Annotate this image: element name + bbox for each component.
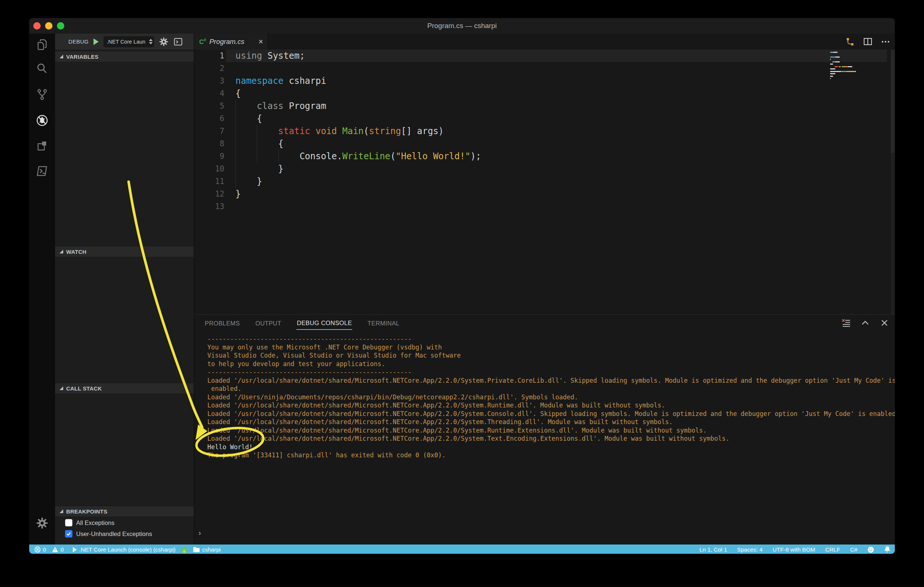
watch-section-header[interactable]: WATCH <box>55 246 194 257</box>
line-number: 3 <box>194 76 224 86</box>
console-line: Loaded '/usr/local/share/dotnet/shared/M… <box>207 434 895 443</box>
code-line[interactable]: 12} <box>194 187 895 200</box>
tab-program-cs[interactable]: C# Program.cs × <box>194 34 268 49</box>
eol-sequence[interactable]: CRLF <box>825 546 840 553</box>
clear-console-icon[interactable] <box>841 318 851 328</box>
variables-section-header[interactable]: VARIABLES <box>55 51 194 62</box>
checkbox-unchecked[interactable] <box>65 519 73 526</box>
code-line[interactable]: 11 } <box>194 175 895 187</box>
twistie-icon <box>59 250 63 253</box>
notifications-bell-icon[interactable] <box>884 546 890 553</box>
code-editor[interactable]: 1using System;23namespace csharpi4{5 cla… <box>194 49 895 314</box>
tab-output[interactable]: OUTPUT <box>255 316 282 329</box>
line-number: 8 <box>194 139 224 148</box>
console-output: ----------------------------------------… <box>207 335 895 533</box>
project-selector[interactable]: csharpi <box>193 546 221 553</box>
source-control-icon[interactable] <box>35 88 49 101</box>
debug-view-title: DEBUG <box>68 38 89 45</box>
call-stack-section-header[interactable]: CALL STACK <box>55 383 194 393</box>
code-line[interactable]: 2 <box>194 62 895 75</box>
code-line[interactable]: 3namespace csharpi <box>194 75 895 87</box>
breakpoint-user-unhandled-exceptions[interactable]: User-Unhandled Exceptions <box>55 529 194 539</box>
omnisharp-flame-icon[interactable] <box>181 546 187 553</box>
editor-group: C# Program.cs × <box>194 34 895 544</box>
indentation[interactable]: Spaces: 4 <box>737 546 762 553</box>
code-line[interactable]: 4{ <box>194 87 895 100</box>
line-number: 12 <box>194 189 224 198</box>
settings-gear-icon[interactable] <box>35 516 49 530</box>
tab-bar: C# Program.cs × <box>194 34 895 49</box>
line-number: 9 <box>194 152 224 161</box>
debug-icon[interactable] <box>35 114 49 127</box>
search-icon[interactable] <box>35 62 49 76</box>
debug-launch-status[interactable]: .NET Core Launch (console) (csharpi) <box>73 546 176 553</box>
close-panel-icon[interactable] <box>879 318 889 328</box>
twistie-icon <box>59 386 63 390</box>
section-label: VARIABLES <box>66 54 98 60</box>
warning-count[interactable]: 0 <box>52 546 64 553</box>
start-debug-button[interactable] <box>94 38 99 45</box>
language-mode[interactable]: C# <box>850 546 858 553</box>
editor-lines: 1using System;23namespace csharpi4{5 cla… <box>194 49 895 213</box>
launch-config-dropdown[interactable]: .NET Core Laun <box>104 36 154 47</box>
console-line: Hello World! <box>207 443 895 451</box>
maximize-panel-icon[interactable] <box>860 318 870 328</box>
tab-problems[interactable]: PROBLEMS <box>205 316 240 329</box>
code-line[interactable]: 5 class Program <box>194 100 895 112</box>
split-editor-icon[interactable] <box>863 37 873 46</box>
error-count[interactable]: 0 <box>35 546 46 553</box>
play-icon <box>73 547 77 552</box>
breakpoint-all-exceptions[interactable]: All Exceptions <box>55 518 194 528</box>
line-number: 4 <box>194 89 224 98</box>
explorer-icon[interactable] <box>35 38 49 51</box>
console-line: Loaded '/Users/ninja/Documents/repos/csh… <box>207 393 895 401</box>
tab-terminal[interactable]: TERMINAL <box>367 316 400 329</box>
editor-scrollbar[interactable] <box>891 49 895 314</box>
feedback-smiley-icon[interactable] <box>868 546 874 553</box>
more-actions-icon[interactable] <box>881 37 890 46</box>
panel-actions <box>841 318 889 328</box>
section-label: BREAKPOINTS <box>66 508 107 515</box>
cursor-position[interactable]: Ln 1, Col 1 <box>699 546 727 553</box>
status-bar-left: 0 0 .NET Core Launch (console) (csharpi) <box>35 544 221 554</box>
open-changes-icon[interactable] <box>845 37 855 46</box>
editor-actions <box>845 34 890 49</box>
debug-sidebar: DEBUG .NET Core Laun <box>55 34 194 544</box>
extensions-icon[interactable] <box>35 140 49 153</box>
close-tab-icon[interactable]: × <box>258 38 263 46</box>
line-number: 7 <box>194 127 224 136</box>
console-line: enabled. <box>207 385 895 393</box>
checkbox-checked[interactable] <box>65 530 73 538</box>
minimap[interactable] <box>830 51 886 82</box>
tab-label: Program.cs <box>209 38 255 46</box>
console-line: Visual Studio Code, Visual Studio or Vis… <box>207 351 895 360</box>
bottom-panel: PROBLEMS OUTPUT DEBUG CONSOLE TERMINAL <box>194 314 895 544</box>
code-line[interactable]: 13 <box>194 200 895 213</box>
line-number: 1 <box>194 51 224 60</box>
code-line[interactable]: 8 { <box>194 137 895 150</box>
tab-debug-console[interactable]: DEBUG CONSOLE <box>296 316 352 330</box>
console-line: Loaded '/usr/local/share/dotnet/shared/M… <box>207 418 895 426</box>
terminal-extension-icon[interactable] <box>35 164 49 178</box>
code-line[interactable]: 7 static void Main(string[] args) <box>194 125 895 137</box>
console-line: to help you develop and test your applic… <box>207 360 895 368</box>
folder-icon <box>193 547 200 552</box>
scrollbar-thumb[interactable] <box>891 49 895 153</box>
code-line[interactable]: 1using System; <box>194 49 895 62</box>
line-number: 13 <box>194 202 224 211</box>
code-line[interactable]: 6 { <box>194 112 895 125</box>
encoding[interactable]: UTF-8 with BOM <box>772 546 815 553</box>
code-line[interactable]: 9 Console.WriteLine("Hello World!"); <box>194 150 895 163</box>
line-number: 10 <box>194 164 224 173</box>
panel-tabs: PROBLEMS OUTPUT DEBUG CONSOLE TERMINAL <box>205 315 400 331</box>
code-line[interactable]: 10 } <box>194 163 895 175</box>
status-bar-right: Ln 1, Col 1 Spaces: 4 UTF-8 with BOM CRL… <box>699 544 890 554</box>
twistie-icon <box>59 510 63 513</box>
console-input-prompt[interactable]: › <box>198 528 201 537</box>
breakpoints-section-header[interactable]: BREAKPOINTS <box>55 506 194 516</box>
open-debug-console-icon[interactable] <box>173 37 183 46</box>
console-line: ----------------------------------------… <box>207 335 895 343</box>
console-line: ----------------------------------------… <box>207 368 895 377</box>
configure-gear-icon[interactable] <box>159 37 168 46</box>
line-number: 5 <box>194 102 224 110</box>
